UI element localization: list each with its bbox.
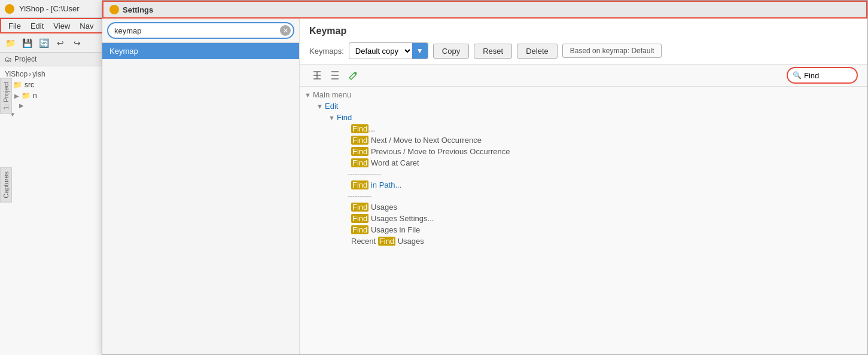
tree-row-find-usages-file[interactable]: ▶ Find Usages in File — [300, 224, 867, 235]
label-find-prev: Find Previous / Move to Previous Occurre… — [351, 147, 510, 156]
settings-item-keymap-label: Keymap — [109, 53, 138, 56]
label-find-usages-settings: Find Usages Settings... — [351, 214, 434, 223]
copy-button[interactable]: Copy — [433, 53, 469, 59]
redo-button[interactable]: ↪ — [69, 35, 85, 51]
highlight-find-3: Find — [351, 147, 368, 156]
highlight-find-2: Find — [351, 136, 368, 145]
delete-button[interactable]: Delete — [517, 53, 558, 59]
label-find-usages: Find Usages — [351, 203, 397, 212]
edit-button[interactable] — [345, 68, 361, 83]
menu-view[interactable]: View — [48, 20, 75, 32]
settings-dialog: Settings ✕ Keymap — [102, 53, 868, 355]
breadcrumb-yishop: YiShop — [5, 70, 28, 78]
tree-row-recent-find[interactable]: ▶ Recent Find Usages — [300, 235, 867, 247]
keymap-controls: Keymaps: Default copy ▼ Copy Reset Delet… — [309, 53, 858, 59]
highlight-find-9: Find — [378, 237, 395, 246]
chevron-right-icon-2: ▶ — [19, 102, 24, 109]
tree-n-label: n — [33, 91, 37, 100]
find-box-wrapper: 🔍 — [787, 67, 858, 84]
find-input[interactable] — [804, 71, 852, 80]
collapse-all-button[interactable] — [327, 68, 343, 83]
menu-edit[interactable]: Edit — [26, 20, 48, 32]
vtab-project[interactable]: 1: Project — [0, 78, 12, 114]
highlight-find-1: Find — [351, 124, 368, 133]
tree-row-find-next[interactable]: ▶ Find Next / Move to Next Occurrence — [300, 134, 867, 146]
project-icon: 🗂 — [5, 55, 12, 63]
folder-icon-2: 📁 — [22, 91, 31, 100]
arrow-main-menu: ▼ — [304, 91, 312, 99]
keymap-toolbar: 🔍 — [300, 65, 867, 87]
label-edit: Edit — [325, 102, 338, 111]
tree-src-label: src — [25, 81, 34, 89]
menu-nav[interactable]: Nav — [75, 20, 98, 32]
settings-left-panel: ✕ Keymap — [102, 53, 300, 354]
refresh-button[interactable]: 🔄 — [36, 35, 51, 51]
vtab-captures[interactable]: Captures — [0, 167, 12, 203]
find-search-icon: 🔍 — [793, 71, 802, 79]
settings-right-panel: Keymap Keymaps: Default copy ▼ Copy Rese… — [300, 53, 867, 354]
breadcrumb-sep: › — [29, 70, 31, 78]
tree-row-find-in-path[interactable]: ▶ Find in Path... — [300, 179, 867, 191]
label-find-next: Find Next / Move to Next Occurrence — [351, 136, 482, 145]
label-find: Find — [337, 113, 352, 122]
project-header: 🗂 Project — [0, 53, 113, 66]
based-on-label: Based on keymap: Default — [562, 53, 662, 58]
separator-1: -------------- — [300, 169, 867, 179]
project-panel: 🗂 Project YiShop › yish ▼ 📁 src ▶ 📁 — [0, 53, 114, 355]
tree-n[interactable]: ▶ 📁 n — [0, 90, 113, 101]
tree-row-edit[interactable]: ▼ Edit — [300, 100, 867, 112]
project-tree: YiShop › yish ▼ 📁 src ▶ 📁 n ▶ — [0, 66, 113, 355]
separator-2: ---------- — [300, 191, 867, 201]
label-find-in-path-suffix: in Path... — [371, 180, 401, 189]
menu-file[interactable]: File — [4, 20, 26, 32]
highlight-find-8: Find — [351, 225, 368, 234]
settings-item-keymap[interactable]: Keymap — [102, 53, 299, 59]
highlight-find-5: Find — [351, 180, 368, 189]
tree-src[interactable]: ▼ 📁 src — [0, 79, 113, 90]
app-title: YiShop - [C:\User — [19, 4, 80, 13]
ide-window: YiShop - [C:\User File Edit View Nav 📁 💾… — [0, 0, 868, 355]
keymap-toolbar-left — [309, 68, 361, 83]
label-find-dots: Find... — [351, 124, 375, 133]
keymap-header: Keymap Keymaps: Default copy ▼ Copy Rese… — [300, 53, 867, 65]
label-main-menu: Main menu — [313, 90, 351, 99]
highlight-find-6: Find — [351, 203, 368, 212]
folder-open-button[interactable]: 📁 — [2, 35, 18, 51]
tree-row-find-usages[interactable]: ▶ Find Usages — [300, 201, 867, 213]
expand-all-button[interactable] — [309, 68, 325, 83]
save-button[interactable]: 💾 — [19, 35, 35, 51]
highlight-find-4: Find — [351, 158, 368, 167]
highlight-find-7: Find — [351, 214, 368, 223]
project-label: Project — [14, 55, 36, 63]
tree-collapse[interactable]: ▼ — [0, 110, 113, 119]
tree-row-find-prev[interactable]: ▶ Find Previous / Move to Previous Occur… — [300, 146, 867, 157]
undo-button[interactable]: ↩ — [53, 35, 68, 51]
tree-row-find-word[interactable]: ▶ Find Word at Caret — [300, 157, 867, 169]
expand-all-icon — [312, 71, 322, 80]
arrow-find: ▼ — [328, 114, 336, 121]
app-icon — [5, 4, 14, 14]
content-area: 🗂 Project YiShop › yish ▼ 📁 src ▶ 📁 — [0, 53, 868, 355]
label-find-in-path: Find in Path... — [351, 180, 401, 189]
tree-row-find[interactable]: ▼ Find — [300, 112, 867, 123]
settings-tree: Keymap — [102, 53, 299, 354]
breadcrumb-yish: yish — [32, 70, 45, 78]
folder-icon: 📁 — [13, 81, 22, 89]
edit-icon — [348, 71, 358, 80]
collapse-all-icon — [330, 71, 340, 80]
chevron-right-icon: ▶ — [14, 93, 19, 99]
tree-row-find-dots[interactable]: ▶ Find... — [300, 123, 867, 134]
tree-row-main-menu[interactable]: ▼ Main menu — [300, 89, 867, 100]
keymaps-label: Keymaps: — [309, 53, 344, 56]
keymap-select-wrapper: Default copy ▼ — [349, 53, 428, 59]
keymap-dropdown-button[interactable]: ▼ — [412, 53, 428, 59]
label-find-word: Find Word at Caret — [351, 158, 419, 167]
tree-expand[interactable]: ▶ — [0, 101, 113, 110]
dialog-body: ✕ Keymap Keymap Keymaps: — [102, 53, 867, 354]
keymap-tree[interactable]: ▼ Main menu ▼ Edit ▼ Find — [300, 87, 867, 354]
keymap-select[interactable]: Default copy — [349, 53, 412, 58]
reset-button[interactable]: Reset — [474, 53, 512, 59]
arrow-edit: ▼ — [316, 103, 324, 110]
label-recent-find: Recent Find Usages — [351, 237, 424, 246]
tree-row-find-usages-settings[interactable]: ▶ Find Usages Settings... — [300, 213, 867, 224]
